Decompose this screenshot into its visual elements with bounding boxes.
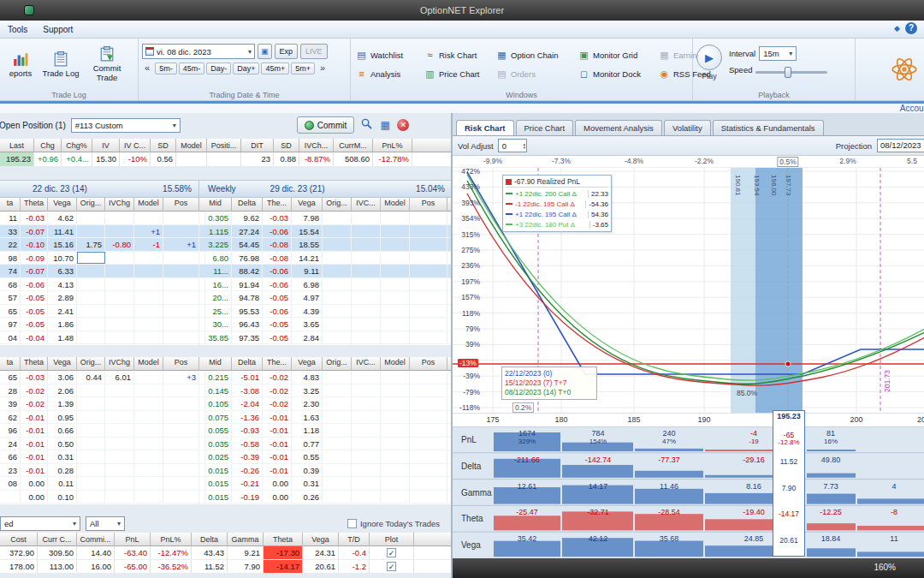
- trading-date-input[interactable]: vi. 08 dic. 2023 ▾: [142, 44, 255, 59]
- speed-slider[interactable]: [755, 71, 827, 74]
- window-btn-monitor-grid[interactable]: ▣Monitor Grid: [577, 50, 657, 61]
- nav-button-day[interactable]: Day+: [233, 63, 259, 74]
- option-row-left[interactable]: 33-0.0711.41+1: [0, 225, 199, 239]
- nav-button-day[interactable]: Day-: [206, 63, 231, 74]
- time-grid-icon-button[interactable]: ▣: [258, 44, 272, 59]
- magnifier-icon[interactable]: [359, 118, 373, 132]
- nav-button-5m[interactable]: 5m+: [291, 63, 315, 74]
- summary-col-chg[interactable]: Chg: [34, 139, 62, 152]
- option-row-right[interactable]: 0.015-0.210.000.31: [199, 477, 452, 491]
- option-row-right[interactable]: 0.145-3.08-0.023.25: [199, 384, 452, 398]
- rewind-chevron-icon[interactable]: «: [142, 63, 152, 73]
- option-row-right[interactable]: 0.215-5.01-0.024.83: [199, 371, 452, 384]
- commit-trade-button[interactable]: Commit Trade: [84, 41, 130, 87]
- speed-slider-thumb[interactable]: [785, 67, 791, 78]
- option-row-left[interactable]: 62-0.010.95: [0, 411, 199, 425]
- col-model[interactable]: Model: [381, 198, 410, 212]
- col-ta[interactable]: ta: [0, 357, 21, 371]
- projection-date-input[interactable]: 08/12/2023: [877, 139, 924, 152]
- col-vega[interactable]: Vega: [292, 198, 323, 212]
- col-orig[interactable]: Orig...: [77, 198, 105, 212]
- spinner-arrows-icon[interactable]: ▴▾: [523, 142, 526, 149]
- tab-price-chart[interactable]: Price Chart: [516, 120, 574, 135]
- live-button[interactable]: LIVE: [300, 44, 328, 59]
- summary-col-iv-c[interactable]: IV C...: [120, 139, 151, 152]
- exp-button[interactable]: Exp: [275, 44, 299, 59]
- option-row-right[interactable]: 25...95.53-0.064.39: [199, 305, 452, 319]
- summary-col-sd[interactable]: SD: [151, 139, 176, 152]
- col-ivchg[interactable]: IVChg: [105, 198, 134, 212]
- summary-col-pnl[interactable]: PnL%: [373, 139, 412, 152]
- col-model[interactable]: Model: [134, 198, 163, 212]
- option-row-left[interactable]: 39-0.021.39: [0, 397, 199, 411]
- option-row-right[interactable]: 16...91.94-0.066.98: [199, 278, 452, 292]
- col-delta[interactable]: Delta: [232, 357, 263, 371]
- option-row-right[interactable]: 35.8597.35-0.052.84: [199, 331, 452, 345]
- col-the[interactable]: The...: [263, 198, 292, 212]
- grid-view-icon[interactable]: ▦: [378, 119, 392, 131]
- option-row-left[interactable]: 57-0.052.89: [0, 291, 199, 305]
- totals-col-pnl[interactable]: PnL%: [151, 533, 192, 546]
- option-row-right[interactable]: 0.015-0.190.000.26: [199, 491, 452, 504]
- window-btn-option-chain[interactable]: ▦Option Chain: [495, 50, 577, 61]
- option-row-right[interactable]: 3.22554.45-0.0818.55: [199, 238, 452, 252]
- plot-checkbox[interactable]: ✓: [387, 562, 396, 571]
- totals-col-gamma[interactable]: Gamma: [228, 533, 264, 546]
- col-pos[interactable]: Pos: [410, 357, 447, 371]
- ignore-trades-checkbox[interactable]: Ignore Today's Trades: [347, 519, 440, 528]
- option-row-right[interactable]: 20...94.78-0.054.97: [199, 291, 452, 305]
- summary-data-row[interactable]: 195.23+0.96+0.4...15.30-10%0.56230.88-8.…: [0, 152, 452, 166]
- col-mid[interactable]: Mid: [199, 357, 232, 371]
- col-pos[interactable]: Pos: [163, 198, 199, 212]
- totals-col-curr-c[interactable]: Curr C...: [38, 533, 77, 546]
- col-orig[interactable]: Orig...: [77, 357, 105, 371]
- option-row-right[interactable]: 0.035-0.58-0.010.77: [199, 438, 452, 451]
- option-row-left[interactable]: 97-0.051.86: [0, 318, 199, 331]
- option-row-right[interactable]: 6.8076.98-0.0814.21: [199, 252, 452, 265]
- window-btn-watchlist[interactable]: ▤Watchlist: [354, 50, 423, 61]
- option-row-left[interactable]: 28-0.022.06: [0, 384, 199, 398]
- summary-col-model[interactable]: Model: [176, 139, 207, 152]
- tab-statistics-fundamentals[interactable]: Statistics & Fundamentals: [713, 120, 824, 135]
- help-icon[interactable]: ?: [905, 22, 917, 34]
- col-mid[interactable]: Mid: [199, 198, 232, 212]
- option-row-left[interactable]: 0.000.10: [0, 491, 199, 504]
- col-ta[interactable]: ta: [0, 198, 21, 212]
- position-selector[interactable]: #113 Custom ▾: [71, 118, 181, 133]
- option-row-left[interactable]: 98-0.0910.70: [0, 252, 199, 265]
- menu-item-tools[interactable]: Tools: [0, 22, 35, 37]
- pin-icon[interactable]: ◆: [894, 24, 900, 33]
- account-panel-tab[interactable]: Account: [900, 104, 924, 113]
- totals-col-plot[interactable]: Plot: [370, 533, 414, 546]
- option-row-left[interactable]: 23-0.010.28: [0, 464, 199, 478]
- option-row-right[interactable]: 30...96.43-0.053.65: [199, 318, 452, 331]
- window-btn-analysis[interactable]: ≡Analysis: [354, 69, 423, 79]
- summary-col-dit[interactable]: DIT: [241, 139, 274, 152]
- vol-adjust-input[interactable]: 0 ▴▾: [498, 139, 527, 152]
- totals-col-delta[interactable]: Delta: [192, 533, 228, 546]
- option-row-left[interactable]: 68-0.064.13: [0, 278, 199, 292]
- nav-button-45m[interactable]: 45m-: [179, 63, 205, 74]
- col-theta[interactable]: Theta: [21, 198, 48, 212]
- col-orig[interactable]: Orig...: [323, 357, 352, 371]
- col-pos[interactable]: Pos: [410, 198, 447, 212]
- option-row-left[interactable]: 96-0.010.66: [0, 424, 199, 438]
- col-theta[interactable]: Theta: [21, 357, 48, 371]
- summary-col-last[interactable]: Last: [0, 139, 34, 152]
- totals-col-commi[interactable]: Commi...: [77, 533, 115, 546]
- tab-volatility[interactable]: Volatility: [664, 120, 711, 135]
- col-ivchg[interactable]: IVChg: [105, 357, 134, 371]
- option-row-left[interactable]: 04-0.041.48: [0, 331, 199, 345]
- commit-button[interactable]: Commit: [297, 116, 354, 134]
- option-row-right[interactable]: 0.105-2.04-0.022.30: [199, 397, 452, 411]
- plot-checkbox[interactable]: ✓: [387, 548, 396, 557]
- strike-filter-select[interactable]: ed ▾: [0, 516, 80, 531]
- totals-col-vega[interactable]: Vega: [303, 533, 339, 546]
- menu-item-support[interactable]: Support: [35, 22, 80, 37]
- window-btn-monitor-dock[interactable]: ◻Monitor Dock: [577, 69, 657, 80]
- tab-risk-chart[interactable]: Risk Chart: [456, 120, 514, 135]
- summary-col-positi[interactable]: Positi...: [207, 139, 241, 152]
- expiry-header-left[interactable]: 22 dic. 23 (14) 15.58%: [0, 181, 199, 197]
- totals-col-cost[interactable]: Cost: [0, 533, 38, 546]
- option-row-left[interactable]: 74-0.076.33: [0, 265, 199, 278]
